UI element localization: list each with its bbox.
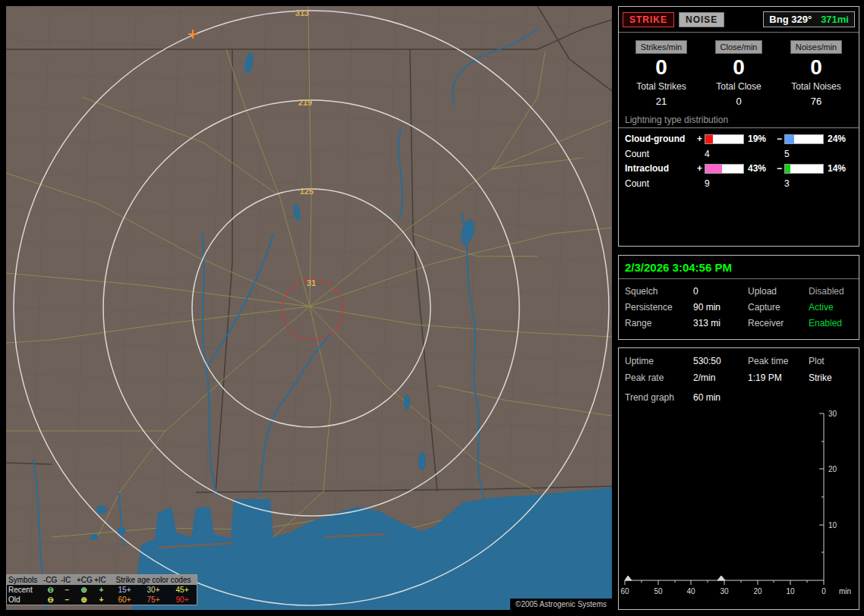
map-panel[interactable]: 313 219 125 31 Symbols -CG -IC +CG +IC S… <box>6 6 612 610</box>
trend-graph: 30 20 10 60 50 40 30 20 10 0 min <box>619 406 859 605</box>
total-strikes-value: 21 <box>623 96 699 107</box>
strikes-per-min-label[interactable]: Strikes/min <box>635 40 687 54</box>
ic-plus-bar <box>705 164 744 174</box>
ring-label-31: 31 <box>307 278 316 288</box>
neg-cg-recent-icon: ⊖ <box>42 585 59 595</box>
ic-minus-count: 3 <box>784 178 824 189</box>
cloud-ground-row: Cloud-ground + 19% − 24% <box>619 130 859 144</box>
mode-toolbar: STRIKE NOISE Bng 329° 371mi <box>619 7 859 33</box>
cg-plus-pct: 19% <box>744 134 774 144</box>
total-strikes: Total Strikes 21 <box>623 81 699 107</box>
legend-header: Symbols -CG -IC +CG +IC Strike age color… <box>7 575 197 585</box>
status-grid: Squelch 0 Upload Disabled Persistence 90… <box>619 279 859 335</box>
peak-rate-value: 2/min <box>693 372 748 383</box>
neg-ic-old-icon: − <box>59 595 75 605</box>
cg-minus-pct: 24% <box>824 134 853 144</box>
close-per-min-label[interactable]: Close/min <box>715 40 763 54</box>
age-45: 45+ <box>168 585 197 595</box>
total-noises-label: Total Noises <box>778 81 854 92</box>
legend-row-old: Old ⊖ − ⊕ + 60+ 75+ 90+ <box>7 595 197 605</box>
age-15: 15+ <box>110 585 139 595</box>
cg-plus-bar <box>705 134 744 144</box>
legend-col-pos-ic: +IC <box>93 575 110 585</box>
pos-cg-recent-icon: ⊕ <box>75 585 93 595</box>
receiver-label: Receiver <box>748 318 809 328</box>
age-60: 60+ <box>110 595 139 605</box>
legend-col-neg-ic: -IC <box>59 575 75 585</box>
peak-time-label: Peak time <box>748 356 809 366</box>
distribution-title: Lightning type distribution <box>619 107 859 128</box>
copyright-text: ©2005 Astrogenic Systems <box>510 599 612 610</box>
ic-plus-pct: 43% <box>744 163 774 174</box>
minus-sign: − <box>774 163 784 174</box>
age-30: 30+ <box>139 585 168 595</box>
uptime-label: Uptime <box>625 356 693 366</box>
peak-time-value: 1:19 PM <box>748 372 809 383</box>
ic-minus-pct: 14% <box>824 163 853 174</box>
x-tick-50: 50 <box>654 587 663 596</box>
minus-sign: − <box>774 134 784 144</box>
trend-tick-labels: 30 20 10 60 50 40 30 20 10 0 min <box>620 410 851 596</box>
legend-row-recent: Recent ⊖ − ⊕ + 15+ 30+ 45+ <box>7 585 197 595</box>
cg-count-label: Count <box>625 149 695 159</box>
capture-value: Active <box>809 302 859 313</box>
intracloud-row: Intracloud + 43% − 14% <box>619 159 859 174</box>
close-per-min-counter: Close/min 0 <box>701 39 777 78</box>
trend-graph-header: Trend graph 60 min <box>619 383 859 403</box>
ring-label-125: 125 <box>300 187 314 196</box>
cg-minus-count: 5 <box>784 149 824 159</box>
plot-label: Plot <box>809 356 859 366</box>
plus-sign: + <box>695 163 705 174</box>
pos-ic-old-icon: + <box>93 595 110 605</box>
trend-series-strike <box>625 576 725 580</box>
legend-col-pos-cg: +CG <box>75 575 93 585</box>
cloud-ground-label: Cloud-ground <box>625 134 695 144</box>
close-per-min-value: 0 <box>701 56 777 78</box>
x-unit-label: min <box>839 587 851 596</box>
pos-ic-recent-icon: + <box>93 585 110 595</box>
cg-plus-bar-fill <box>705 135 713 143</box>
map-canvas[interactable]: 313 219 125 31 <box>6 6 612 610</box>
ring-label-219: 219 <box>298 98 312 107</box>
age-75: 75+ <box>139 595 168 605</box>
plot-value: Strike <box>809 372 859 383</box>
bearing-readout: Bng 329° 371mi <box>763 11 855 27</box>
noise-mode-button[interactable]: NOISE <box>679 12 724 27</box>
upload-value: Disabled <box>809 286 859 297</box>
strike-mode-button[interactable]: STRIKE <box>623 12 674 27</box>
strikes-per-min-value: 0 <box>623 56 699 78</box>
legend-recent-label: Recent <box>7 585 42 595</box>
plus-sign: + <box>695 134 705 144</box>
x-tick-40: 40 <box>686 587 695 596</box>
strike-stats-panel: STRIKE NOISE Bng 329° 371mi Strikes/min … <box>618 6 859 247</box>
ic-plus-count: 9 <box>705 178 744 189</box>
ic-minus-bar-fill <box>785 165 790 173</box>
x-tick-60: 60 <box>620 587 629 596</box>
datetime-display: 2/3/2026 3:04:56 PM <box>619 256 859 279</box>
y-tick-10: 10 <box>828 521 837 530</box>
legend-symbols-header: Symbols <box>7 575 42 585</box>
y-tick-30: 30 <box>828 410 837 418</box>
system-status-panel: 2/3/2026 3:04:56 PM Squelch 0 Upload Dis… <box>618 255 859 340</box>
squelch-label: Squelch <box>625 286 693 297</box>
age-90: 90+ <box>168 595 197 605</box>
squelch-value: 0 <box>693 286 748 297</box>
bearing-value: Bng 329° <box>769 14 812 25</box>
noises-per-min-label[interactable]: Noises/min <box>790 40 842 54</box>
neg-ic-recent-icon: − <box>59 585 75 595</box>
capture-label: Capture <box>748 302 809 313</box>
ic-count-label: Count <box>625 178 695 189</box>
x-tick-10: 10 <box>786 587 795 596</box>
strike-legend: Symbols -CG -IC +CG +IC Strike age color… <box>6 574 197 605</box>
receiver-value: Enabled <box>809 318 859 328</box>
cg-plus-count: 4 <box>705 149 744 159</box>
range-label: Range <box>625 318 693 328</box>
legend-col-neg-cg: -CG <box>42 575 59 585</box>
bearing-range-value: 371mi <box>821 14 849 25</box>
intracloud-count-row: Count 9 3 <box>619 174 859 189</box>
total-close: Total Close 0 <box>701 81 777 107</box>
trend-axes <box>625 413 824 585</box>
totals-row: Total Strikes 21 Total Close 0 Total Noi… <box>619 78 859 107</box>
cg-minus-bar-fill <box>785 135 794 143</box>
y-tick-20: 20 <box>828 465 837 473</box>
